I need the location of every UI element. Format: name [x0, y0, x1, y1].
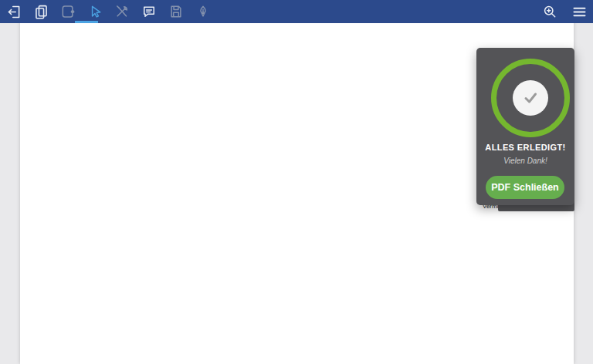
app-window: Außerdem habe ich die Seiten 1 - 12 dies… — [0, 0, 593, 364]
signature-pen-icon[interactable] — [194, 2, 212, 21]
toolbar — [0, 0, 593, 23]
save-icon[interactable] — [167, 2, 185, 21]
exit-icon[interactable] — [5, 2, 23, 21]
zoom-in-icon[interactable] — [540, 2, 559, 21]
comment-icon[interactable] — [140, 2, 158, 21]
pages-icon[interactable] — [32, 2, 50, 21]
check-icon — [519, 86, 542, 110]
pointer-icon[interactable] — [86, 2, 104, 21]
close-pdf-button[interactable]: PDF Schließen — [486, 176, 564, 199]
notebook-icon[interactable] — [59, 2, 77, 21]
active-tool-underline — [75, 21, 98, 23]
success-subtitle: Vielen Dank! — [476, 157, 574, 165]
success-ring — [491, 59, 570, 137]
success-title: ALLES ERLEDIGT! — [476, 143, 574, 152]
check-circle — [513, 80, 548, 116]
menu-icon[interactable] — [570, 2, 588, 21]
tools-icon[interactable] — [113, 2, 131, 21]
